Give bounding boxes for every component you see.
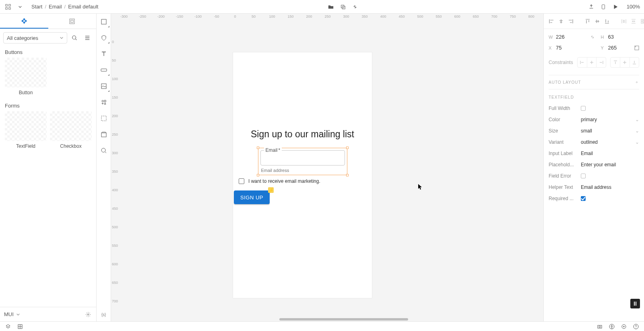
search-icon[interactable] <box>69 32 80 43</box>
origin-icon[interactable] <box>634 46 639 50</box>
tool-image[interactable] <box>99 81 109 91</box>
align-hcenter-icon[interactable] <box>557 17 566 26</box>
checkbox-icon[interactable] <box>239 178 244 184</box>
align-top-icon[interactable] <box>583 17 592 26</box>
target-icon[interactable] <box>620 323 628 331</box>
grid-icon[interactable] <box>16 323 24 331</box>
zoom-level[interactable]: 100% <box>627 4 640 10</box>
size-select[interactable]: small⌄ <box>581 128 639 134</box>
camera-icon[interactable] <box>596 323 604 331</box>
variant-select[interactable]: outlined⌄ <box>581 139 639 145</box>
y-input[interactable]: 265 <box>608 44 640 52</box>
link-wh-icon[interactable] <box>590 34 599 40</box>
link-icon[interactable] <box>351 3 359 11</box>
align-right-icon[interactable] <box>566 17 575 26</box>
full-width-checkbox[interactable] <box>581 106 586 111</box>
dim-label-y: Y <box>601 46 606 50</box>
artboard[interactable]: Sign up to our mailing list Email* Email… <box>233 52 372 298</box>
play-icon[interactable] <box>611 3 619 11</box>
constraint-bottom-icon[interactable] <box>630 58 639 67</box>
breadcrumb: Start / Email / Email default <box>31 4 98 10</box>
panel-toggle-icon[interactable] <box>630 299 640 308</box>
resize-handle[interactable] <box>257 147 259 149</box>
align-vcenter-icon[interactable] <box>593 17 602 26</box>
ruler-tick: 500 <box>112 225 118 229</box>
tool-input[interactable] <box>99 65 109 75</box>
svg-rect-7 <box>70 19 74 24</box>
alignment-toolbar <box>544 14 644 29</box>
ruler-tick: 50 <box>112 58 116 62</box>
align-bottom-icon[interactable] <box>603 17 611 26</box>
design-system-select[interactable]: MUI <box>4 311 20 317</box>
helper-text-field[interactable]: Email address <box>581 184 639 190</box>
tab-components[interactable] <box>0 14 48 29</box>
app-menu-icon[interactable] <box>4 3 12 11</box>
tool-search[interactable] <box>99 146 109 155</box>
svg-point-24 <box>635 46 636 47</box>
list-view-icon[interactable] <box>82 32 93 43</box>
component-thumb-textfield[interactable]: TextField <box>5 111 47 149</box>
chevron-down-icon[interactable] <box>16 3 24 11</box>
design-surface[interactable]: Sign up to our mailing list Email* Email… <box>118 21 543 321</box>
prop-label: Full Width <box>549 106 581 111</box>
constraint-right-icon[interactable] <box>596 58 605 67</box>
selected-element-textfield[interactable]: Email* Email address <box>260 150 345 173</box>
help-icon[interactable] <box>632 323 640 331</box>
signup-button[interactable]: SIGN UP <box>234 190 270 204</box>
canvas[interactable]: -300-250-200-150-100-5005010015020025030… <box>111 14 543 321</box>
breadcrumb-item[interactable]: Start <box>31 4 42 10</box>
color-select[interactable]: primary⌄ <box>581 117 639 122</box>
resize-handle[interactable] <box>346 174 349 176</box>
category-select[interactable]: All categories <box>3 32 67 43</box>
ruler-tick: 450 <box>112 207 118 211</box>
constraint-top-icon[interactable] <box>611 58 620 67</box>
align-left-icon[interactable] <box>547 17 556 26</box>
ruler-tick: 500 <box>417 14 423 19</box>
tool-state[interactable]: {s} <box>99 312 109 321</box>
tool-shield[interactable] <box>99 33 109 43</box>
constraint-v-group <box>610 57 639 68</box>
add-auto-layout-icon[interactable]: ＋ <box>635 79 639 85</box>
placeholder-field[interactable]: Enter your email <box>581 162 639 168</box>
svg-rect-17 <box>101 133 106 137</box>
svg-rect-19 <box>641 19 643 21</box>
marketing-checkbox-row[interactable]: I want to receive email marketing. <box>239 178 372 184</box>
component-thumb-button[interactable]: Button <box>5 58 47 95</box>
field-error-checkbox[interactable] <box>581 174 586 178</box>
width-input[interactable]: 226 <box>556 33 587 41</box>
breadcrumb-item[interactable]: Email default <box>68 4 98 10</box>
ruler-tick: 800 <box>528 14 534 19</box>
ruler-tick: 350 <box>112 170 118 174</box>
export-icon[interactable] <box>587 3 595 11</box>
height-input[interactable]: 63 <box>608 33 640 41</box>
tool-icons[interactable] <box>99 97 109 107</box>
tool-rect[interactable] <box>99 17 109 27</box>
tool-slot[interactable] <box>99 114 109 123</box>
svg-rect-2 <box>6 7 7 9</box>
required-checkbox[interactable] <box>581 196 586 201</box>
gear-icon[interactable] <box>84 310 92 319</box>
device-icon[interactable] <box>599 3 607 11</box>
resize-handle[interactable] <box>346 147 349 149</box>
folder-icon[interactable] <box>327 3 335 11</box>
tab-layers[interactable] <box>48 14 97 29</box>
constraint-vcenter-icon[interactable] <box>620 58 629 67</box>
constraint-left-icon[interactable] <box>578 58 587 67</box>
tool-text[interactable] <box>99 49 109 59</box>
svg-rect-5 <box>342 6 345 9</box>
tool-frame[interactable] <box>99 130 109 139</box>
page-title: Sign up to our mailing list <box>233 52 372 140</box>
x-input[interactable]: 75 <box>556 44 587 52</box>
input-label-field[interactable]: Email <box>581 151 639 156</box>
resize-handle[interactable] <box>257 174 259 176</box>
breadcrumb-item[interactable]: Email <box>49 4 62 10</box>
email-field[interactable]: Email* <box>260 150 345 166</box>
layers-icon[interactable] <box>4 323 12 331</box>
scrollbar-horizontal[interactable] <box>279 318 408 321</box>
accessibility-icon[interactable] <box>608 323 616 331</box>
copy-icon[interactable] <box>339 3 347 11</box>
field-label: Email* <box>264 147 282 153</box>
component-thumb-checkbox[interactable]: Checkbox <box>50 111 92 149</box>
constraint-hcenter-icon[interactable] <box>587 58 596 67</box>
chevron-down-icon <box>60 36 64 40</box>
